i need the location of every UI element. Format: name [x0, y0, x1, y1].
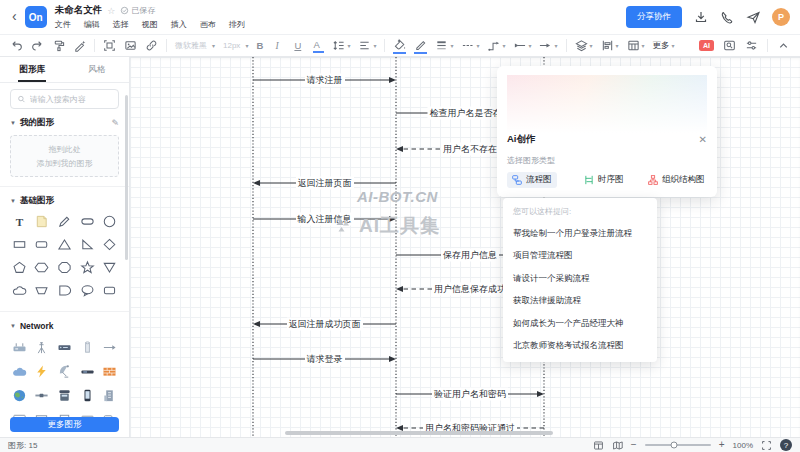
- network-firewall[interactable]: [98, 359, 121, 383]
- network-bolt[interactable]: [31, 359, 54, 383]
- suggestion-item[interactable]: 如何成长为一个产品经理大神: [513, 318, 647, 330]
- zoom-knob[interactable]: [671, 442, 678, 449]
- shape-half-round[interactable]: [53, 279, 76, 302]
- send-icon[interactable]: [746, 10, 760, 24]
- format-painter-icon[interactable]: [52, 39, 65, 52]
- network-cable[interactable]: [31, 383, 54, 407]
- tab-style[interactable]: 风格: [65, 57, 130, 82]
- basic-shapes-section[interactable]: ▼ 基础图形: [0, 194, 129, 208]
- underline-button[interactable]: U: [294, 40, 305, 51]
- more-shapes-button[interactable]: 更多图形: [10, 417, 119, 432]
- zoom-in-button[interactable]: +: [719, 440, 725, 450]
- sidebar-scrollbar[interactable]: [125, 95, 128, 260]
- network-router[interactable]: [8, 335, 31, 359]
- insert-image-icon[interactable]: [124, 39, 137, 52]
- horizontal-scrollbar[interactable]: [285, 431, 553, 435]
- close-icon[interactable]: ✕: [699, 135, 707, 145]
- shape-star[interactable]: [76, 256, 99, 279]
- italic-button[interactable]: I: [275, 41, 286, 51]
- suggestion-item[interactable]: 帮我绘制一个用户登录注册流程: [513, 228, 647, 240]
- arrow-end-icon[interactable]: ▾: [539, 39, 557, 52]
- message-label[interactable]: 用户信息保存成功: [432, 283, 508, 296]
- type-timeline[interactable]: 时间轴: [507, 195, 557, 197]
- zoom-level[interactable]: 100%: [733, 441, 753, 450]
- page-setup-icon[interactable]: [593, 440, 604, 451]
- network-cloud[interactable]: [8, 359, 31, 383]
- document-title[interactable]: 未命名文件: [55, 4, 103, 17]
- message-label[interactable]: 返回注册成功页面: [287, 318, 363, 331]
- line-dash-icon[interactable]: ▾: [461, 39, 479, 52]
- network-server[interactable]: [53, 335, 76, 359]
- insert-table-icon[interactable]: ▾: [627, 39, 645, 52]
- network-arrow[interactable]: [98, 335, 121, 359]
- find-in-canvas-icon[interactable]: [723, 39, 736, 52]
- message-label[interactable]: 请求登录: [305, 353, 345, 366]
- suggestion-item[interactable]: 北京教师资格考试报名流程图: [513, 340, 647, 352]
- text-align-icon[interactable]: ▾: [358, 39, 376, 52]
- type-sequence[interactable]: 时序图: [579, 172, 629, 188]
- shape-triangle[interactable]: [53, 233, 76, 256]
- network-section[interactable]: ▼ Network: [0, 319, 129, 333]
- back-icon[interactable]: ‹: [12, 8, 17, 24]
- my-shapes-section[interactable]: ▼ 我的图形 ✎: [0, 116, 129, 130]
- share-collab-button[interactable]: 分享协作: [626, 6, 682, 28]
- arrow-start-icon[interactable]: ▾: [513, 39, 531, 52]
- shape-callout[interactable]: [76, 279, 99, 302]
- menu-canvas[interactable]: 画布: [200, 19, 216, 30]
- menu-file[interactable]: 文件: [55, 19, 71, 30]
- edit-pencil-icon[interactable]: ✎: [111, 118, 119, 128]
- message-label[interactable]: 输入注册信息: [296, 213, 354, 226]
- settings-sliders-icon[interactable]: [745, 39, 758, 52]
- shape-trapezoid[interactable]: [31, 279, 54, 302]
- shape-hexagon[interactable]: [31, 256, 54, 279]
- suggestion-item[interactable]: 项目管理流程图: [513, 250, 647, 262]
- shape-dropzone[interactable]: 拖到此处 添加到我的图形: [10, 135, 119, 177]
- insert-link-icon[interactable]: [145, 39, 158, 52]
- fullscreen-icon[interactable]: [761, 440, 772, 451]
- menu-view[interactable]: 视图: [142, 19, 158, 30]
- undo-icon[interactable]: [10, 39, 23, 52]
- line-height-icon[interactable]: ▾: [332, 39, 350, 52]
- shape-note[interactable]: [31, 210, 54, 233]
- shape-pen[interactable]: [53, 210, 76, 233]
- network-column[interactable]: [76, 335, 99, 359]
- type-org-chart[interactable]: 组织结构图: [643, 172, 710, 188]
- more-tools-button[interactable]: 更多▾: [653, 40, 675, 52]
- menu-edit[interactable]: 编辑: [84, 19, 100, 30]
- shape-text[interactable]: T: [8, 210, 31, 233]
- phone-icon[interactable]: [720, 10, 734, 24]
- avatar[interactable]: P: [772, 8, 790, 26]
- type-flowchart[interactable]: 流程图: [507, 172, 557, 188]
- menu-arrange[interactable]: 排列: [229, 19, 245, 30]
- network-dish[interactable]: [53, 359, 76, 383]
- suggestion-item[interactable]: 请设计一个采购流程: [513, 273, 647, 285]
- shape-cloud-shape[interactable]: [8, 279, 31, 302]
- message-label[interactable]: 用户名不存在: [441, 143, 499, 156]
- shape-search[interactable]: [10, 89, 119, 109]
- minimap-icon[interactable]: [612, 440, 623, 451]
- shape-octagon[interactable]: [53, 256, 76, 279]
- network-deskphone[interactable]: [53, 383, 76, 407]
- ai-tool-button[interactable]: AI: [699, 40, 714, 51]
- download-icon[interactable]: [694, 10, 708, 24]
- shape-pentagon[interactable]: [8, 256, 31, 279]
- shape-pill[interactable]: [76, 210, 99, 233]
- font-color-button[interactable]: A: [313, 39, 324, 53]
- align-objects-icon[interactable]: ▾: [601, 39, 619, 52]
- canvas[interactable]: 请求注册检查用户名是否存在用户名不存在返回注册页面输入注册信息保存用户信息用户信…: [130, 57, 800, 437]
- shape-round-rect[interactable]: [31, 233, 54, 256]
- zoom-out-button[interactable]: −: [631, 440, 637, 450]
- bold-button[interactable]: B: [256, 40, 267, 51]
- network-hub[interactable]: [76, 359, 99, 383]
- suggestion-item[interactable]: 获取法律援助流程: [513, 295, 647, 307]
- redo-icon[interactable]: [31, 39, 44, 52]
- menu-select[interactable]: 选择: [113, 19, 129, 30]
- message-label[interactable]: 请求注册: [305, 74, 345, 87]
- network-building[interactable]: [98, 383, 121, 407]
- message-label[interactable]: 验证用户名和密码: [432, 388, 508, 401]
- type-class-diagram[interactable]: 类图: [579, 195, 620, 197]
- shape-round-rect2[interactable]: [98, 279, 121, 302]
- help-button[interactable]: ?: [780, 439, 792, 451]
- shape-triangle-down[interactable]: [98, 256, 121, 279]
- message-label[interactable]: 返回注册页面: [296, 177, 354, 190]
